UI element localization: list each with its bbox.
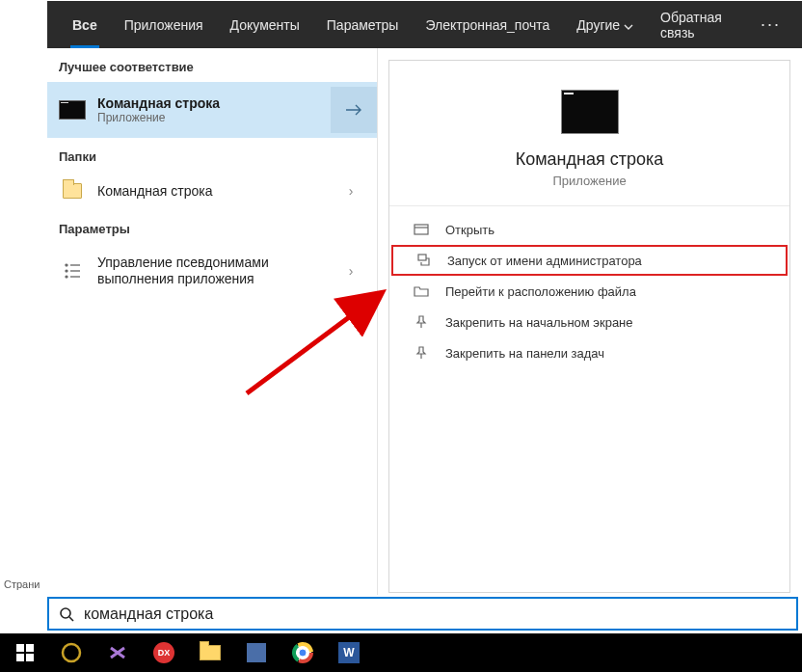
page-fragment-text: Страни	[0, 574, 43, 595]
svg-point-2	[66, 270, 67, 272]
svg-point-16	[63, 644, 80, 661]
svg-rect-14	[16, 654, 24, 661]
svg-point-4	[66, 276, 67, 278]
tab-more[interactable]: Другие	[563, 1, 647, 48]
detail-subtitle: Приложение	[389, 174, 789, 188]
taskbar: DX W	[0, 633, 802, 672]
chevron-right-icon: ›	[336, 263, 365, 279]
result-detail-pane: Командная строка Приложение Открыть Запу…	[388, 60, 790, 593]
tab-documents[interactable]: Документы	[217, 1, 313, 48]
taskbar-app-word[interactable]: W	[326, 633, 372, 672]
start-button[interactable]	[2, 633, 48, 672]
pin-icon	[411, 313, 432, 331]
detail-actions: Открыть Запуск от имени администратора П…	[389, 206, 789, 376]
feedback-link[interactable]: Обратная связь	[647, 10, 751, 40]
action-label: Закрепить на панели задач	[445, 346, 604, 361]
result-setting-alias[interactable]: Управление псевдонимами выполнения прило…	[47, 244, 377, 298]
app-thumbnail-icon	[561, 90, 619, 134]
pin-icon	[411, 344, 432, 362]
taskbar-app-chrome[interactable]	[280, 633, 326, 672]
more-button[interactable]: ···	[751, 14, 790, 35]
taskbar-app-visualstudio[interactable]	[94, 633, 141, 672]
group-settings: Параметры	[47, 210, 377, 244]
action-label: Перейти к расположению файла	[445, 284, 636, 299]
search-results: Лучшее соответствие Командная строка При…	[47, 48, 378, 595]
result-best-cmd[interactable]: Командная строка Приложение	[47, 82, 377, 138]
group-best-match: Лучшее соответствие	[47, 48, 377, 82]
search-box[interactable]	[47, 597, 798, 631]
taskbar-app-editor[interactable]	[233, 633, 280, 672]
chevron-right-icon: ›	[336, 183, 365, 199]
svg-point-10	[61, 608, 70, 618]
result-name: Командная строка	[97, 95, 331, 111]
search-filter-tabs: Все Приложения Документы Параметры Элект…	[47, 1, 802, 48]
svg-rect-12	[16, 644, 24, 652]
action-label: Открыть	[445, 223, 495, 237]
folder-location-icon	[411, 282, 432, 300]
taskbar-app-dx[interactable]: DX	[141, 633, 187, 672]
result-sub: Приложение	[97, 111, 331, 124]
open-detail-arrow[interactable]	[331, 87, 377, 133]
cmd-icon	[59, 96, 86, 123]
tab-apps[interactable]: Приложения	[111, 1, 217, 48]
tab-more-label: Другие	[576, 17, 620, 33]
tab-settings[interactable]: Параметры	[313, 1, 413, 48]
result-folder-cmd[interactable]: Командная строка ›	[47, 172, 377, 210]
detail-title: Командная строка	[389, 149, 789, 170]
folder-icon	[59, 177, 86, 204]
svg-rect-8	[418, 255, 426, 260]
taskbar-app-1[interactable]	[48, 633, 94, 672]
svg-rect-15	[26, 654, 34, 661]
chevron-down-icon	[624, 17, 633, 33]
svg-line-11	[69, 617, 73, 621]
tab-email[interactable]: Электронная_почта	[412, 1, 563, 48]
action-label: Закрепить на начальном экране	[445, 315, 633, 330]
tab-all[interactable]: Все	[59, 1, 111, 48]
svg-rect-13	[26, 644, 34, 652]
svg-point-0	[66, 264, 67, 266]
action-run-as-admin[interactable]: Запуск от имени администратора	[391, 245, 788, 276]
shield-icon	[413, 252, 434, 269]
action-pin-start[interactable]: Закрепить на начальном экране	[389, 307, 789, 337]
result-name: Командная строка	[97, 183, 336, 199]
action-pin-taskbar[interactable]: Закрепить на панели задач	[389, 337, 789, 368]
action-label: Запуск от имени администратора	[447, 254, 642, 268]
action-open-location[interactable]: Перейти к расположению файла	[389, 276, 789, 307]
taskbar-app-explorer[interactable]	[187, 633, 233, 672]
action-open[interactable]: Открыть	[389, 214, 789, 245]
result-name: Управление псевдонимами выполнения прило…	[97, 255, 336, 288]
group-folders: Папки	[47, 138, 377, 172]
svg-rect-6	[414, 225, 428, 234]
open-icon	[411, 221, 432, 238]
settings-list-icon	[59, 257, 86, 284]
search-input[interactable]	[84, 599, 796, 629]
search-icon	[49, 606, 84, 622]
